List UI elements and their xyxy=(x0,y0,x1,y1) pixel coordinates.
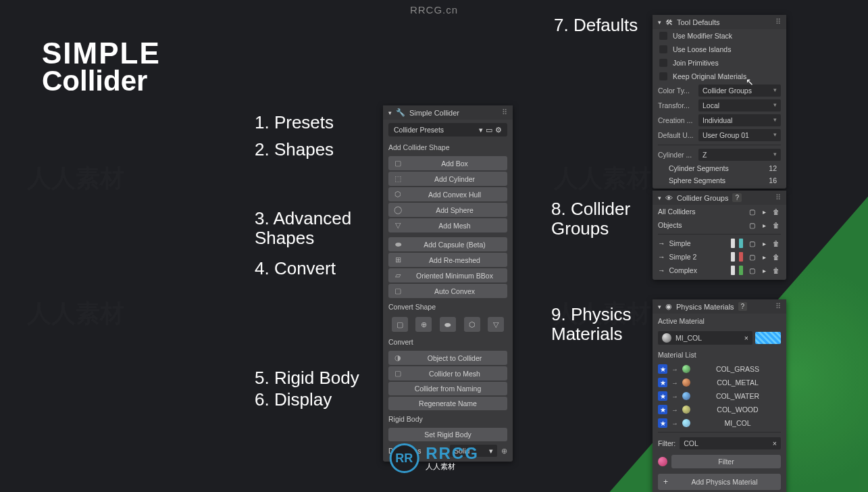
select-icon[interactable]: ▸ xyxy=(759,207,769,216)
star-icon[interactable]: ★ xyxy=(658,391,667,401)
material-row-metal[interactable]: ★→COL_METAL xyxy=(653,376,786,389)
material-sphere-icon xyxy=(662,333,671,343)
material-row-wood[interactable]: ★→COL_WOOD xyxy=(653,403,786,416)
convert-capsule-icon[interactable]: ⬬ xyxy=(440,317,456,332)
use-modifier-stack-check[interactable]: Use Modifier Stack xyxy=(653,29,786,43)
presets-dropdown[interactable]: Collider Presets ▾ ▭ ⚙ xyxy=(388,123,507,137)
row-label: Simple xyxy=(669,239,727,247)
help-icon[interactable]: ? xyxy=(738,302,748,311)
active-material-input[interactable]: MI_COL × xyxy=(658,331,752,345)
panel-grip-icon[interactable]: ⠿ xyxy=(775,302,781,311)
filter-input[interactable]: COL× xyxy=(680,437,781,449)
collider-to-mesh-button[interactable]: ▢Collider to Mesh xyxy=(388,366,507,380)
delete-icon[interactable]: 🗑 xyxy=(771,207,781,216)
keep-original-materials-check[interactable]: Keep Original Materials xyxy=(653,70,786,83)
select-icon[interactable]: ▸ xyxy=(759,239,769,248)
color-type-row[interactable]: Color Ty...Collider Groups▾ xyxy=(653,83,786,98)
set-rigid-body-button[interactable]: Set Rigid Body xyxy=(388,428,507,441)
convert-sphere-icon[interactable]: ⊕ xyxy=(415,317,432,332)
auto-convex-button[interactable]: ▢Auto Convex xyxy=(388,284,507,298)
transform-row[interactable]: Transfor...Local▾ xyxy=(653,98,786,113)
panel-header[interactable]: ▾ 🛠 Tool Defaults ⠿ xyxy=(653,15,786,29)
add-box-button[interactable]: ▢Add Box xyxy=(388,156,507,170)
section-label-shapes: 2. Shapes xyxy=(255,139,334,160)
delete-icon[interactable]: 🗑 xyxy=(771,239,781,248)
btn-label: Add Re-meshed xyxy=(406,256,503,264)
section-label-advanced1: 3. Advanced xyxy=(255,208,351,229)
add-cylinder-button[interactable]: ⬚Add Cylinder xyxy=(388,172,507,186)
oriented-bbox-button[interactable]: ▱Oriented Minimum BBox xyxy=(388,268,507,282)
panel-grip-icon[interactable]: ⠿ xyxy=(502,108,507,117)
delete-icon[interactable]: 🗑 xyxy=(771,252,781,262)
star-icon[interactable]: ★ xyxy=(658,405,667,414)
material-row-grass[interactable]: ★→COL_GRASS xyxy=(653,362,786,376)
num-value: 12 xyxy=(769,164,777,172)
display-icon[interactable]: ▢ xyxy=(747,266,757,275)
display-icon[interactable]: ▢ xyxy=(747,239,757,248)
clear-icon[interactable]: × xyxy=(744,334,748,342)
folder-icon[interactable]: ▭ xyxy=(486,126,492,134)
join-primitives-check[interactable]: Join Primitives xyxy=(653,56,786,70)
help-icon[interactable]: ? xyxy=(732,193,742,202)
display-icon[interactable]: ▢ xyxy=(747,220,757,230)
arrow-icon: ◑ xyxy=(392,353,403,362)
star-icon[interactable]: ★ xyxy=(658,418,667,428)
group-simple2-row[interactable]: → Simple 2 ▢ ▸ 🗑 xyxy=(653,250,786,264)
add-mesh-button[interactable]: ▽Add Mesh xyxy=(388,218,507,232)
default-user-row[interactable]: Default U...User Group 01▾ xyxy=(653,128,786,143)
btn-label: Add Capsule (Beta) xyxy=(406,241,503,249)
add-sphere-button[interactable]: ◯Add Sphere xyxy=(388,203,507,217)
all-colliders-row: All Colliders ▢ ▸ 🗑 xyxy=(653,205,786,218)
add-physics-material-button[interactable]: + Add Physics Material xyxy=(658,474,781,490)
collider-from-naming-button[interactable]: Collider from Naming xyxy=(388,382,507,395)
star-icon[interactable]: ★ xyxy=(658,364,667,374)
use-loose-islands-check[interactable]: Use Loose Islands xyxy=(653,43,786,56)
material-color-swatch[interactable] xyxy=(755,332,781,344)
select-icon[interactable]: ▸ xyxy=(759,266,769,275)
color-tab xyxy=(731,239,735,248)
select-icon[interactable]: ▸ xyxy=(759,252,769,262)
filter-button[interactable]: Filter xyxy=(671,455,781,468)
convert-box-icon[interactable]: ▢ xyxy=(392,317,408,332)
object-to-collider-button[interactable]: ◑Object to Collider xyxy=(388,351,507,365)
delete-icon[interactable]: 🗑 xyxy=(771,220,781,230)
gear-icon[interactable]: ⚙ xyxy=(495,126,502,134)
display-icon[interactable]: ▢ xyxy=(747,252,757,262)
group-simple-row[interactable]: → Simple ▢ ▸ 🗑 xyxy=(653,237,786,250)
convert-convex-icon[interactable]: ⬡ xyxy=(464,317,480,332)
checkbox-icon xyxy=(659,45,667,53)
btn-label: Add Sphere xyxy=(406,206,503,214)
clear-icon[interactable]: × xyxy=(773,439,777,447)
creation-row[interactable]: Creation ...Individual▾ xyxy=(653,113,786,128)
panel-header[interactable]: ▾ 🔧 Simple Collider ⠿ xyxy=(383,105,513,120)
delete-icon[interactable]: 🗑 xyxy=(771,266,781,275)
prop-label: Transfor... xyxy=(658,101,698,109)
material-row-water[interactable]: ★→COL_WATER xyxy=(653,389,786,403)
star-icon[interactable]: ★ xyxy=(658,378,667,387)
chevron-down-icon: ▾ xyxy=(773,87,777,95)
prop-label: Default U... xyxy=(658,131,698,139)
material-name: COL_METAL xyxy=(694,378,781,387)
regenerate-name-button[interactable]: Regenerate Name xyxy=(388,397,507,410)
add-capsule-button[interactable]: ⬬Add Capsule (Beta) xyxy=(388,237,507,251)
checkbox-icon xyxy=(659,59,667,67)
panel-header[interactable]: ▾ 👁 Collider Groups ? ⠿ xyxy=(653,191,786,205)
cylinder-axis-row[interactable]: Cylinder ...Z▾ xyxy=(653,147,786,162)
convert-mesh-icon[interactable]: ▽ xyxy=(488,317,504,332)
add-convex-hull-button[interactable]: ⬡Add Convex Hull xyxy=(388,187,507,201)
product-logo: SIMPLE Collider xyxy=(42,39,161,95)
add-remeshed-button[interactable]: ⊞Add Re-meshed xyxy=(388,253,507,267)
active-material-name: MI_COL xyxy=(675,334,702,342)
cylinder-segments-row[interactable]: Cylinder Segments12 xyxy=(653,162,786,174)
sphere-segments-row[interactable]: Sphere Segments16 xyxy=(653,174,786,187)
group-complex-row[interactable]: → Complex ▢ ▸ 🗑 xyxy=(653,264,786,277)
globe-icon[interactable]: ⊕ xyxy=(501,447,507,455)
display-icon[interactable]: ▢ xyxy=(747,207,757,216)
filter-color-orb[interactable] xyxy=(658,457,667,466)
chevron-down-icon: ▾ xyxy=(479,126,483,134)
select-icon[interactable]: ▸ xyxy=(759,220,769,230)
panel-grip-icon[interactable]: ⠿ xyxy=(775,18,781,26)
material-row-micol[interactable]: ★→MI_COL xyxy=(653,416,786,430)
panel-grip-icon[interactable]: ⠿ xyxy=(775,193,781,202)
panel-header[interactable]: ▾ ◉ Physics Materials ? ⠿ xyxy=(653,299,786,314)
